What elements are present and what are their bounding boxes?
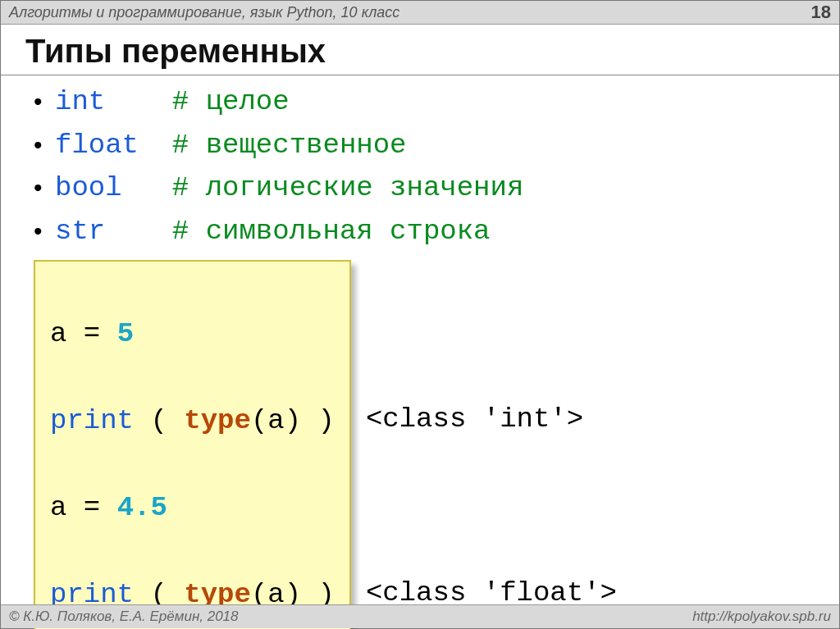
footer-url: http://kpolyakov.spb.ru bbox=[692, 608, 831, 625]
pad bbox=[122, 166, 172, 210]
type-keyword: float bbox=[55, 124, 139, 167]
bullet-icon: • bbox=[34, 212, 55, 251]
pad bbox=[105, 80, 172, 124]
type-keyword: int bbox=[55, 80, 105, 124]
page-number: 18 bbox=[811, 2, 831, 23]
header-bar: Алгоритмы и программирование, язык Pytho… bbox=[1, 1, 839, 25]
value-float: 4.5 bbox=[117, 492, 167, 523]
slide: Алгоритмы и программирование, язык Pytho… bbox=[0, 0, 840, 629]
type-comment: # вещественное bbox=[172, 124, 407, 167]
bullet-icon: • bbox=[34, 83, 55, 121]
breadcrumb: Алгоритмы и программирование, язык Pytho… bbox=[9, 4, 399, 21]
type-comment: # логические значения bbox=[172, 166, 523, 210]
pad bbox=[139, 124, 172, 167]
output-blank bbox=[366, 485, 617, 528]
type-line-bool: •bool # логические значения bbox=[34, 166, 806, 210]
pad bbox=[105, 210, 172, 253]
type-comment: # символьная строка bbox=[172, 210, 491, 253]
value-int: 5 bbox=[117, 318, 134, 349]
code-box: a = 5 print ( type(a) ) a = 4.5 print ( … bbox=[34, 260, 351, 629]
bullet-icon: • bbox=[34, 126, 55, 165]
type-line-str: •str # символьная строка bbox=[34, 210, 806, 253]
type-line-int: •int # целое bbox=[34, 80, 806, 124]
footer-bar: © К.Ю. Поляков, Е.А. Ерёмин, 2018 http:/… bbox=[1, 604, 839, 628]
type-keyword: str bbox=[55, 210, 105, 253]
type-line-float: •float # вещественное bbox=[34, 124, 806, 167]
type-keyword-call: type bbox=[184, 405, 251, 436]
code-line: print ( type(a) ) bbox=[50, 399, 335, 443]
output-column: <class 'int'> <class 'float'> <class 'bo… bbox=[351, 260, 617, 629]
bullet-icon: • bbox=[34, 169, 55, 207]
code-line: a = 4.5 bbox=[50, 486, 335, 530]
type-comment: # целое bbox=[172, 80, 290, 124]
code-line: a = 5 bbox=[50, 312, 335, 356]
code-row: a = 5 print ( type(a) ) a = 4.5 print ( … bbox=[34, 260, 806, 629]
output-line: <class 'int'> bbox=[366, 398, 617, 441]
page-title: Типы переменных bbox=[1, 25, 839, 75]
print-keyword: print bbox=[50, 405, 134, 436]
copyright-text: © К.Ю. Поляков, Е.А. Ерёмин, 2018 bbox=[9, 608, 239, 625]
type-keyword: bool bbox=[55, 166, 122, 210]
content: •int # целое •float # вещественное •bool… bbox=[1, 80, 839, 629]
output-blank bbox=[366, 311, 617, 354]
